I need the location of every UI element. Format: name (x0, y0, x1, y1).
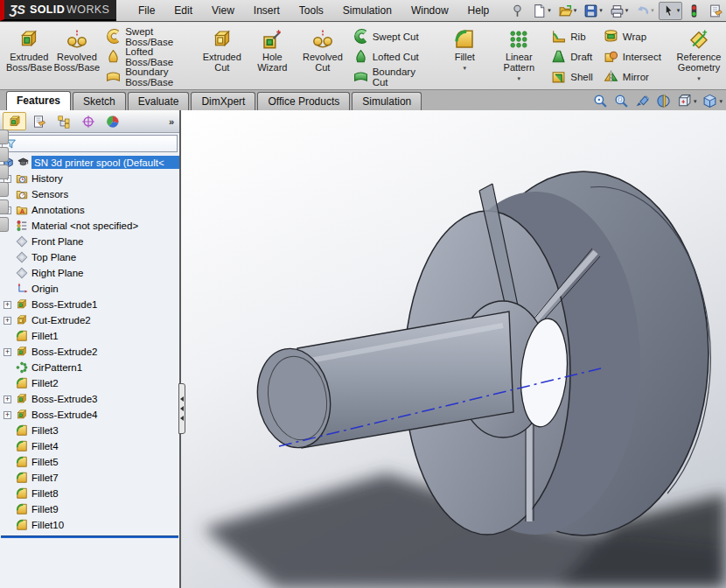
menu-edit[interactable]: Edit (164, 2, 202, 19)
tab-simulation[interactable]: Simulation (352, 92, 422, 110)
tree-item-boss-extrude4[interactable]: +Boss-Extrude4 (0, 407, 179, 423)
tab-features[interactable]: Features (6, 91, 71, 110)
display-style-button[interactable]: ▾ (702, 94, 723, 108)
extruded-boss-base-button[interactable]: Extruded Boss/Base (5, 24, 53, 74)
menu-simulation[interactable]: Simulation (333, 2, 401, 19)
tree-item-front-plane[interactable]: Front Plane (0, 234, 179, 249)
expand-plus-icon[interactable]: + (3, 317, 11, 325)
collapsed-panel-tab[interactable] (0, 182, 9, 197)
graphics-viewport[interactable] (181, 110, 726, 588)
zoom-to-area-button[interactable] (614, 94, 629, 108)
menu-insert[interactable]: Insert (244, 2, 290, 19)
lofted-cut-button[interactable]: Lofted Cut (348, 46, 433, 66)
menu-tools[interactable]: Tools (290, 2, 333, 19)
boundary-boss-base-button[interactable]: Boundary Boss/Base (101, 66, 192, 87)
swept-boss-base-button[interactable]: Swept Boss/Base (101, 26, 192, 46)
undo-button[interactable]: ▾ (632, 2, 657, 20)
expand-plus-icon[interactable]: + (3, 396, 11, 403)
traffic-light-button[interactable] (684, 2, 704, 20)
panel-splitter-handle[interactable] (178, 383, 185, 434)
open-button[interactable]: ▾ (555, 2, 580, 20)
pin-menu-button[interactable] (507, 2, 527, 20)
new-document-button[interactable]: ▾ (529, 2, 554, 20)
wrap-button[interactable]: Wrap (598, 26, 667, 46)
lofted-boss-base-button[interactable]: Lofted Boss/Base (101, 46, 192, 66)
dimxpertmanager-tab[interactable] (76, 112, 100, 130)
tree-item-origin[interactable]: Origin (0, 281, 179, 297)
tree-filter-box[interactable] (2, 135, 178, 152)
menu-view[interactable]: View (202, 2, 244, 19)
extruded-cut-button[interactable]: Extruded Cut (197, 24, 248, 74)
swept-cut-button[interactable]: Swept Cut (348, 26, 433, 46)
view-orientation-button[interactable]: ▾ (677, 94, 697, 108)
collapsed-panel-tab[interactable] (0, 164, 9, 179)
shell-button[interactable]: Shell (546, 66, 598, 87)
fillet-button[interactable]: Fillet▾ (437, 24, 492, 74)
expand-plus-icon[interactable]: + (3, 301, 11, 309)
section-view-button[interactable] (656, 94, 671, 108)
tab-office-products[interactable]: Office Products (257, 92, 350, 110)
hole-wizard-button[interactable]: Hole Wizard (248, 24, 298, 74)
reference-geometry-button[interactable]: Reference Geometry▾ (672, 24, 726, 85)
boundary-cut-button[interactable]: Boundary Cut (348, 66, 433, 87)
tab-evaluate[interactable]: Evaluate (128, 92, 190, 110)
pin-icon (510, 4, 525, 18)
collapsed-panel-tab[interactable] (0, 147, 9, 162)
collapsed-panel-tab[interactable] (0, 217, 9, 232)
menu-file[interactable]: File (129, 2, 164, 19)
tree-item-fillet3[interactable]: Fillet3 (0, 423, 179, 438)
tree-item-fillet5[interactable]: Fillet5 (0, 454, 179, 470)
tree-item-fillet9[interactable]: Fillet9 (0, 501, 179, 517)
linear-pattern-button[interactable]: Linear Pattern▾ (492, 24, 546, 85)
tree-item-material[interactable]: Material <not specified> (0, 218, 179, 234)
expand-plus-icon[interactable]: + (3, 348, 11, 356)
tree-root-item[interactable]: SN 3d printer spool (Default< (0, 154, 179, 171)
linear-pattern-dropdown-arrow[interactable]: ▾ (518, 74, 521, 84)
expand-plus-icon[interactable]: + (3, 411, 11, 419)
tree-item-fillet2[interactable]: Fillet2 (0, 375, 179, 391)
tree-item-boss-extrude1[interactable]: +Boss-Extrude1 (0, 297, 179, 312)
tab-dimxpert[interactable]: DimXpert (191, 92, 255, 110)
panel-header-more-button[interactable]: » (169, 116, 177, 127)
tree-item-cut-extrude2[interactable]: +Cut-Extrude2 (0, 312, 179, 328)
displaymanager-tab[interactable] (101, 112, 124, 130)
tree-item-fillet8[interactable]: Fillet8 (0, 486, 179, 501)
tree-item-history[interactable]: +History (0, 171, 179, 186)
tree-item-fillet10[interactable]: Fillet10 (0, 517, 179, 533)
tree-item-boss-extrude3[interactable]: +Boss-Extrude3 (0, 391, 179, 407)
menu-window[interactable]: Window (401, 2, 458, 19)
previous-view-button[interactable] (635, 94, 650, 108)
collapsed-panel-tab[interactable] (0, 200, 9, 214)
revolved-cut-button[interactable]: Revolved Cut (297, 24, 348, 74)
tree-item-fillet1[interactable]: Fillet1 (0, 328, 179, 344)
configurationmanager-tab[interactable] (52, 112, 75, 130)
tree-item-top-plane[interactable]: Top Plane (0, 249, 179, 265)
file-properties-button[interactable] (706, 2, 726, 20)
mirror-button[interactable]: Mirror (598, 66, 667, 87)
zoom-to-fit-button[interactable] (593, 94, 608, 108)
tree-item-annotations[interactable]: +Annotations (0, 202, 179, 218)
print-button[interactable]: ▾ (607, 2, 632, 20)
propertymanager-tab[interactable] (27, 112, 51, 130)
reference-geometry-dropdown-arrow[interactable]: ▾ (697, 74, 701, 84)
revolved-boss-base-button[interactable]: Revolved Boss/Base (53, 24, 101, 74)
tree-item-boss-extrude2[interactable]: +Boss-Extrude2 (0, 344, 179, 360)
rollback-bar[interactable] (1, 536, 178, 538)
tree-item-fillet7[interactable]: Fillet7 (0, 470, 179, 486)
tab-sketch[interactable]: Sketch (73, 92, 126, 110)
tree-item-right-plane[interactable]: Right Plane (0, 265, 179, 281)
tree-item-fillet4[interactable]: Fillet4 (0, 438, 179, 454)
draft-button[interactable]: Draft (546, 46, 598, 66)
collapsed-panel-tab[interactable] (0, 130, 9, 144)
featuremanager-tab[interactable] (3, 112, 26, 130)
tree-item-sensors[interactable]: Sensors (0, 186, 179, 202)
save-button[interactable]: ▾ (581, 2, 605, 20)
intersect-button[interactable]: Intersect (598, 46, 667, 66)
previous-view-icon (635, 94, 650, 108)
menu-help[interactable]: Help (458, 2, 499, 19)
tree-item-cirpattern1[interactable]: CirPattern1 (0, 360, 179, 375)
new-document-icon (532, 4, 547, 18)
fillet-dropdown-arrow[interactable]: ▾ (464, 63, 467, 74)
select-button[interactable]: ▾ (659, 2, 683, 20)
rib-button[interactable]: Rib (546, 26, 598, 46)
